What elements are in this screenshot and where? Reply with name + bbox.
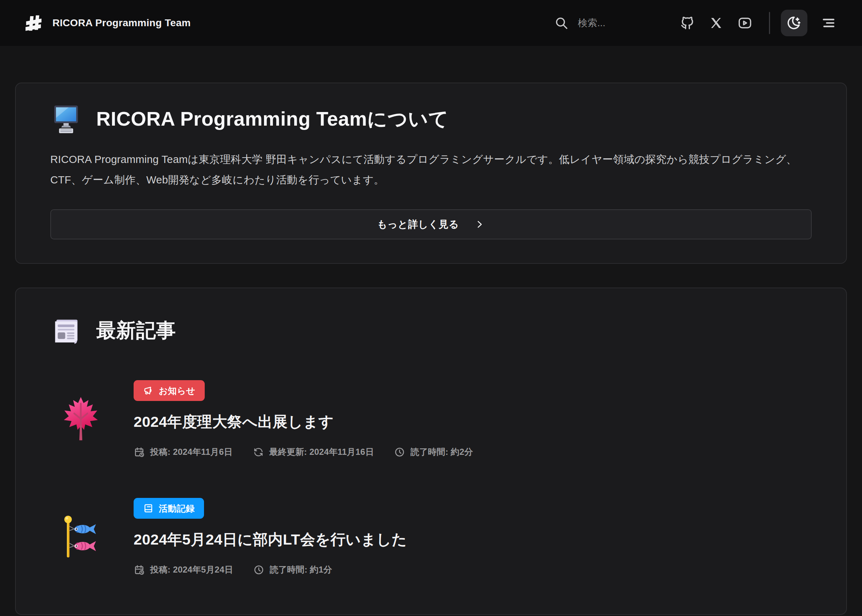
navbar-divider [769,12,770,34]
theme-toggle-button[interactable] [781,10,807,36]
github-icon [680,16,695,30]
carp-streamer-emoji [63,514,99,559]
chevron-right-icon [474,219,485,230]
article-1-read-time: 読了時間: 約2分 [394,446,473,458]
notebook-icon [143,503,154,514]
calendar-icon [134,564,145,575]
search-input[interactable] [578,17,632,29]
article-1-updated: 最終更新: 2024年11月16日 [253,446,374,458]
brand[interactable]: RICORA Programming Team [24,13,191,33]
latest-heading: 最新記事 [50,315,812,346]
article-2-badge: 活動記録 [134,498,204,519]
x-twitter-link[interactable] [706,13,727,33]
about-title: RICORA Programming Teamについて [96,106,448,132]
read-more-label: もっと詳しく見る [377,218,459,231]
article-2-body: 活動記録 2024年5月24日に部内LT会を行いました [134,498,407,575]
article-1-title[interactable]: 2024年度理大祭へ出展します [134,412,333,432]
youtube-icon [738,16,752,30]
site-title: RICORA Programming Team [52,17,191,29]
moon-stars-icon [786,15,802,31]
article-1-posted: 投稿: 2024年11月6日 [134,446,233,458]
search-icon [554,16,569,30]
ricora-sharp-logo-icon [24,13,43,33]
article-1-badge-label: お知らせ [159,385,195,397]
clock-icon [253,564,264,575]
menu-button[interactable] [818,13,839,33]
read-more-button[interactable]: もっと詳しく見る [50,209,812,239]
latest-articles-card: 最新記事 [15,288,847,615]
article-2-badge-label: 活動記録 [159,503,195,514]
article-1-emoji-box [50,396,111,442]
article-2-meta: 投稿: 2024年5月24日 読了時間: 約1分 [134,564,332,575]
clock-icon [394,446,405,458]
desktop-computer-emoji [50,104,82,135]
calendar-icon [134,446,145,458]
article-2-title[interactable]: 2024年5月24日に部内LT会を行いました [134,530,407,550]
article-2-emoji-box [50,514,111,559]
article-1-body: お知らせ 2024年度理大祭へ出展します [134,380,473,458]
article-item-2: 活動記録 2024年5月24日に部内LT会を行いました [50,498,812,575]
latest-title: 最新記事 [96,317,176,344]
navbar-actions [554,10,839,36]
about-heading: RICORA Programming Teamについて [50,104,812,135]
refresh-icon [253,446,264,458]
navbar: RICORA Programming Team [0,0,862,46]
x-icon [709,16,724,30]
github-link[interactable] [677,13,698,33]
article-1-meta: 投稿: 2024年11月6日 最終更新: 2024年11月16日 [134,446,473,458]
menu-icon [821,16,836,30]
article-2-read-time: 読了時間: 約1分 [253,564,332,575]
page-content: RICORA Programming Teamについて RICORA Progr… [0,83,862,615]
article-item-1: お知らせ 2024年度理大祭へ出展します [50,380,812,458]
article-1-badge: お知らせ [134,380,205,401]
maple-leaf-emoji [61,396,101,442]
article-list: お知らせ 2024年度理大祭へ出展します [50,380,812,575]
megaphone-icon [143,385,154,396]
youtube-link[interactable] [735,13,755,33]
about-description: RICORA Programming Teamは東京理科大学 野田キャンパスにて… [50,149,812,190]
article-2-posted: 投稿: 2024年5月24日 [134,564,233,575]
about-card: RICORA Programming Teamについて RICORA Progr… [15,83,847,264]
newspaper-emoji [50,315,82,346]
search-box[interactable] [554,16,632,30]
